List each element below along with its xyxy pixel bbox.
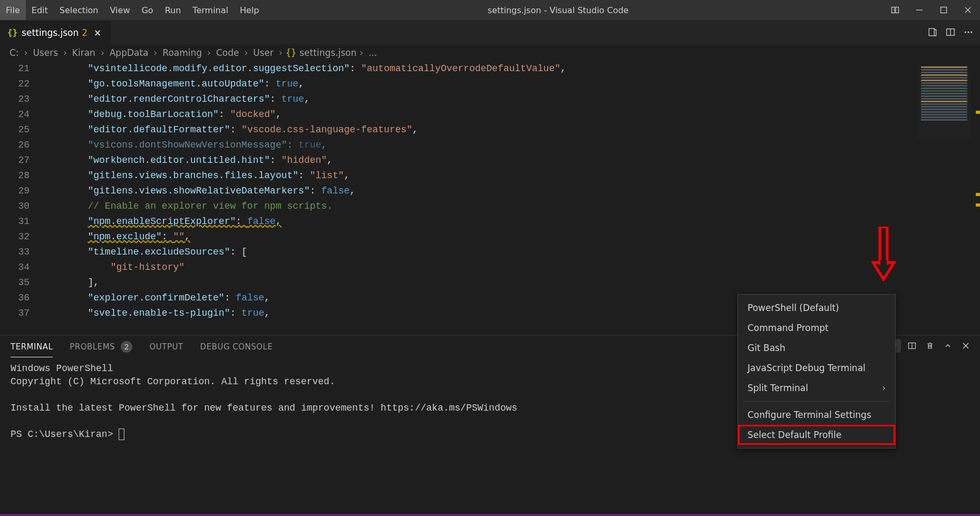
breadcrumb-segment[interactable]: Code <box>214 47 241 58</box>
panel-tab-output[interactable]: OUTPUT <box>149 337 183 357</box>
code-line[interactable]: "svelte.enable-ts-plugin": true, <box>42 306 566 321</box>
chevron-right-icon: › <box>63 47 67 58</box>
code-line[interactable]: "go.toolsManagement.autoUpdate": true, <box>42 76 566 92</box>
minimize-icon[interactable] <box>907 0 932 20</box>
close-icon[interactable] <box>956 0 980 20</box>
chevron-right-icon: › <box>154 47 158 58</box>
panel-tab-problems-label: PROBLEMS <box>70 342 115 352</box>
minimap[interactable] <box>918 65 971 139</box>
code-line[interactable]: ], <box>42 275 566 290</box>
chevron-right-icon: › <box>24 47 28 58</box>
json-icon: {} <box>7 27 17 37</box>
close-panel-icon[interactable] <box>959 339 973 353</box>
line-number: 24 <box>0 107 30 122</box>
code-line[interactable]: "gitlens.views.showRelativeDateMarkers":… <box>42 183 566 199</box>
menu-help[interactable]: Help <box>234 0 265 20</box>
menu-terminal[interactable]: Terminal <box>187 0 234 20</box>
line-number: 27 <box>0 153 30 168</box>
menu-edit[interactable]: Edit <box>26 0 54 20</box>
breadcrumb-segment[interactable]: Users <box>31 47 60 58</box>
chevron-right-icon: › <box>279 47 283 58</box>
window-controls <box>883 0 980 20</box>
maximize-panel-icon[interactable] <box>941 339 955 353</box>
ctx-item-configure-terminal-settings[interactable]: Configure Terminal Settings <box>738 405 895 425</box>
problems-count-badge: 2 <box>121 341 132 353</box>
ctx-item-powershell-default-[interactable]: PowerShell (Default) <box>738 298 895 318</box>
code-line[interactable]: "editor.renderControlCharacters": true, <box>42 92 566 107</box>
breadcrumb-segment[interactable]: Kiran <box>70 47 98 58</box>
breadcrumb-segment[interactable]: User <box>251 47 276 58</box>
line-number: 32 <box>0 229 30 245</box>
panel-tab-problems[interactable]: PROBLEMS 2 <box>70 336 132 358</box>
line-number: 25 <box>0 122 30 138</box>
line-number: 28 <box>0 168 30 183</box>
svg-rect-6 <box>929 28 934 36</box>
line-number: 37 <box>0 306 30 321</box>
ctx-item-split-terminal[interactable]: Split Terminal› <box>738 378 895 398</box>
ctx-item-javascript-debug-terminal[interactable]: JavaScript Debug Terminal <box>738 358 895 378</box>
overview-ruler[interactable] <box>973 61 980 335</box>
breadcrumbs[interactable]: C:›Users›Kiran›AppData›Roaming›Code›User… <box>0 44 980 61</box>
open-changes-icon[interactable] <box>925 25 940 40</box>
line-number: 34 <box>0 260 30 275</box>
svg-point-11 <box>971 31 972 33</box>
code-line[interactable]: "explorer.confirmDelete": false, <box>42 290 566 306</box>
svg-rect-22 <box>880 260 887 265</box>
breadcrumb-file[interactable]: {} settings.json <box>286 47 356 58</box>
breadcrumb-more[interactable]: ... <box>366 47 379 58</box>
code-line[interactable]: "vsicons.dontShowNewVersionMessage": tru… <box>42 138 566 153</box>
panel-tab-debug-console[interactable]: DEBUG CONSOLE <box>200 337 273 357</box>
window-title: settings.json - Visual Studio Code <box>265 5 883 15</box>
ctx-separator <box>743 401 890 402</box>
kill-terminal-icon[interactable] <box>923 339 937 353</box>
svg-rect-21 <box>880 227 887 264</box>
annotation-arrow <box>871 227 896 287</box>
maximize-icon[interactable] <box>932 0 956 20</box>
panel-tab-terminal[interactable]: TERMINAL <box>11 337 53 357</box>
ctx-item-select-default-profile[interactable]: Select Default Profile <box>738 425 895 445</box>
code-line[interactable]: "vsintellicode.modify.editor.suggestSele… <box>42 61 566 76</box>
code-line[interactable]: "timeline.excludeSources": [ <box>42 245 566 260</box>
chevron-right-icon: › <box>244 47 248 58</box>
status-bar[interactable] <box>0 514 980 516</box>
menu-run[interactable]: Run <box>159 0 187 20</box>
breadcrumb-segment[interactable]: C: <box>7 47 21 58</box>
ctx-item-command-prompt[interactable]: Command Prompt <box>738 318 895 338</box>
code-line[interactable]: "editor.defaultFormatter": "vscode.css-l… <box>42 122 566 138</box>
code-line[interactable]: "gitlens.views.branches.files.layout": "… <box>42 168 566 183</box>
menu-go[interactable]: Go <box>135 0 159 20</box>
svg-rect-0 <box>892 7 895 13</box>
menu-file[interactable]: File <box>0 0 26 20</box>
split-terminal-icon[interactable] <box>905 339 919 353</box>
chevron-right-icon: › <box>101 47 104 58</box>
line-number: 36 <box>0 290 30 306</box>
code-line[interactable]: "git-history" <box>42 260 566 275</box>
svg-point-10 <box>967 31 969 33</box>
split-editor-icon[interactable] <box>943 25 958 40</box>
tab-dirty-count: 2 <box>82 27 88 38</box>
code-line[interactable]: "debug.toolBarLocation": "docked", <box>42 107 566 122</box>
editor-tab-settings-json[interactable]: {} settings.json 2 × <box>0 20 111 44</box>
code-line[interactable]: "npm.exclude": "", <box>42 229 566 245</box>
line-number: 22 <box>0 76 30 92</box>
tab-close-icon[interactable]: × <box>92 27 103 38</box>
code-line[interactable]: "workbench.editor.untitled.hint": "hidde… <box>42 153 566 168</box>
layout-icon[interactable] <box>883 0 907 20</box>
more-actions-icon[interactable] <box>961 25 976 40</box>
breadcrumb-segment[interactable]: AppData <box>108 47 151 58</box>
code-line[interactable]: "npm.enableScriptExplorer": false, <box>42 214 566 229</box>
menu-view[interactable]: View <box>104 0 136 20</box>
breadcrumb-segment[interactable]: Roaming <box>160 47 204 58</box>
code-content[interactable]: "vsintellicode.modify.editor.suggestSele… <box>42 61 566 335</box>
titlebar: FileEditSelectionViewGoRunTerminalHelp s… <box>0 0 980 20</box>
svg-rect-1 <box>896 7 899 13</box>
ctx-item-git-bash[interactable]: Git Bash <box>738 338 895 358</box>
line-number: 21 <box>0 61 30 76</box>
editor-tabbar: {} settings.json 2 × <box>0 20 980 44</box>
tab-label: settings.json <box>22 27 79 38</box>
line-number: 33 <box>0 245 30 260</box>
line-number: 31 <box>0 214 30 229</box>
code-line[interactable]: // Enable an explorer view for npm scrip… <box>42 199 566 214</box>
menu-selection[interactable]: Selection <box>54 0 104 20</box>
terminal-cursor <box>119 429 124 440</box>
